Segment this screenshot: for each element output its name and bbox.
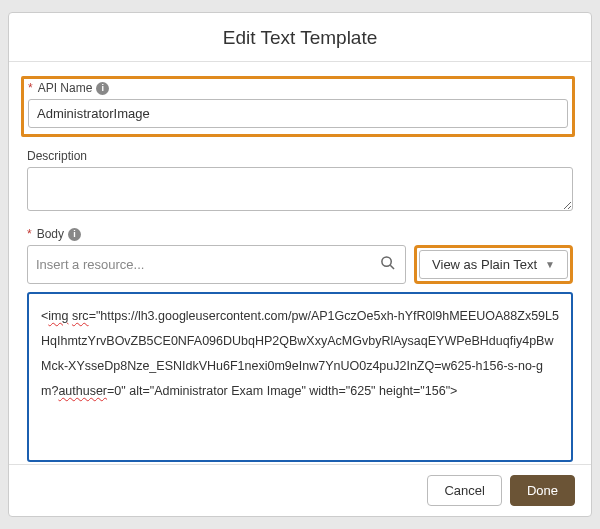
description-label: Description — [27, 149, 573, 163]
info-icon[interactable]: i — [68, 228, 81, 241]
api-name-field-group: * API Name i — [21, 76, 575, 137]
cancel-button[interactable]: Cancel — [427, 475, 501, 506]
chevron-down-icon: ▼ — [545, 259, 555, 270]
svg-line-1 — [390, 265, 394, 269]
required-asterisk: * — [27, 227, 32, 241]
description-field-group: Description — [27, 149, 573, 215]
body-label-text: Body — [37, 227, 64, 241]
search-icon[interactable] — [370, 255, 405, 274]
modal-title: Edit Text Template — [9, 13, 591, 62]
resource-input-wrap — [27, 245, 406, 284]
body-label: * Body i — [27, 227, 573, 241]
view-button-label: View as Plain Text — [432, 257, 537, 272]
info-icon[interactable]: i — [96, 82, 109, 95]
view-as-plain-text-button[interactable]: View as Plain Text ▼ — [419, 250, 568, 279]
description-input[interactable] — [27, 167, 573, 211]
modal-body: * API Name i Description * Body i — [9, 62, 591, 464]
done-button[interactable]: Done — [510, 475, 575, 506]
description-label-text: Description — [27, 149, 87, 163]
api-name-input[interactable] — [28, 99, 568, 128]
body-field-group: * Body i View as Plain Text — [27, 227, 573, 462]
modal-footer: Cancel Done — [9, 464, 591, 516]
body-editor[interactable]: <img src="https://lh3.googleusercontent.… — [27, 292, 573, 462]
edit-text-template-modal: Edit Text Template * API Name i Descript… — [8, 12, 592, 517]
view-as-plain-text-highlight: View as Plain Text ▼ — [414, 245, 573, 284]
required-asterisk: * — [28, 81, 33, 95]
api-name-label-text: API Name — [38, 81, 93, 95]
api-name-label: * API Name i — [28, 81, 568, 95]
resource-input[interactable] — [28, 249, 370, 280]
svg-point-0 — [382, 257, 391, 266]
body-controls-row: View as Plain Text ▼ — [27, 245, 573, 284]
